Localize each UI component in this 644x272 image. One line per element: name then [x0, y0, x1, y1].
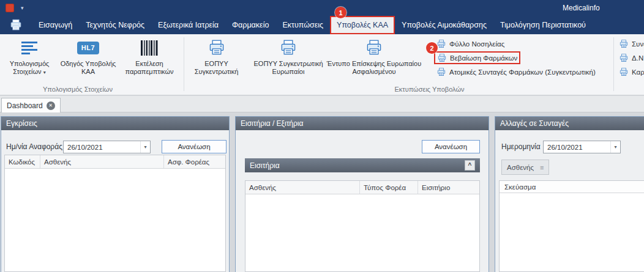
ribbon: Υπολογισμός Στοιχείων ▾ HL7 Οδηγός Υποβο…	[0, 34, 644, 95]
button-label: Καρτα	[632, 68, 644, 76]
tab-farmakeio[interactable]: Φαρμακείο	[225, 16, 275, 34]
hl7-icon: HL7	[77, 37, 99, 58]
printer-icon	[279, 39, 298, 57]
grid-body-empty[interactable]	[5, 169, 225, 271]
date-label: Ημερομηνία	[501, 142, 541, 151]
chip-label: Ασθενής	[507, 164, 534, 171]
chevron-down-icon[interactable]: ▾	[140, 141, 150, 153]
sort-icon[interactable]: ≡	[540, 164, 544, 171]
printer-icon	[9, 18, 23, 32]
printer-icon	[619, 67, 629, 77]
ribbon-group-ektyposeis-ypovolon: ΕΟΠΥΥ Συγκεντρωτική ΕΟΠΥΥ Συγκεντρωτική …	[184, 34, 613, 95]
button-label: Δ.Ν.Κ	[632, 54, 644, 62]
printer-icon	[208, 39, 226, 57]
chevron-down-icon[interactable]: ▾	[610, 141, 620, 153]
printer-icon	[436, 67, 446, 77]
group-by-asthenis-chip[interactable]: Ασθενής ≡	[501, 160, 549, 175]
printer-icon	[436, 39, 446, 49]
annotation-step-1-badge: 1	[335, 7, 346, 18]
dnk-button[interactable]: Δ.Ν.Κ	[616, 51, 644, 64]
ribbon-tab-bar: Εισαγωγή Τεχνητός Νεφρός Εξωτερικά Ιατρε…	[0, 16, 644, 34]
button-label: ΕΟΠΥΥ Συγκεντρωτική Ευρωπαίοι	[245, 60, 331, 76]
ribbon-small-items: Φύλλο Νοσηλείας Βεβαίωση Φαρμάκων Ατομικ…	[434, 37, 598, 78]
report-date-label: Ημ/νία Αναφοράς	[6, 142, 62, 151]
approvals-panel: Εγκρίσεις Ημ/νία Αναφοράς 26/10/2021 ▾ Α…	[1, 116, 230, 272]
ribbon-group-label: Υπολογισμός Στοιχείων	[0, 86, 155, 93]
entypo-episkepsis-europaiou-button[interactable]: Έντυπο Επίσκεψης Ευρωπαίου Ασφαλισμένου	[322, 37, 426, 84]
chevron-down-icon: ▾	[43, 70, 46, 75]
column-header-kodikos[interactable]: Κωδικός	[5, 155, 40, 168]
tab-label: Dashboard	[7, 101, 43, 110]
application-window: ▾ Medicalinfo Εισαγωγή Τεχνητός Νεφρός Ε…	[0, 0, 644, 272]
close-icon[interactable]: ✕	[47, 101, 55, 110]
list-icon	[21, 37, 38, 58]
ribbon-group-partial: Συνεδ Δ.Ν.Κ Καρτα	[614, 34, 644, 95]
date-picker[interactable]: 26/10/2021 ▾	[543, 141, 621, 153]
tab-eisagogi[interactable]: Εισαγωγή	[32, 16, 79, 34]
odigos-ypovolis-kaa-button[interactable]: HL7 Οδηγός Υποβολής ΚΑΑ	[59, 37, 118, 84]
column-header-eisitirio[interactable]: Εισιτήριο	[418, 181, 479, 194]
column-header-asf-foreas[interactable]: Ασφ. Φορέας	[164, 155, 225, 168]
report-date-picker[interactable]: 26/10/2021 ▾	[63, 141, 151, 153]
column-header-typos-forea[interactable]: Τύπος Φορέα	[360, 181, 418, 194]
tab-exoterika-iatreia[interactable]: Εξωτερικά Ιατρεία	[151, 16, 225, 34]
date-value: 26/10/2021	[67, 144, 103, 151]
fyllo-nosileias-button[interactable]: Φύλλο Νοσηλείας	[434, 37, 507, 50]
button-label: Βεβαίωση Φαρμάκων	[450, 54, 517, 62]
document-tab-strip: Dashboard ✕	[0, 96, 644, 112]
tab-timologisi-peristatikou[interactable]: Τιμολόγηση Περιστατικού	[493, 16, 593, 34]
vevaiosi-farmakon-button[interactable]: Βεβαίωση Φαρμάκων	[434, 51, 520, 64]
button-label: Συνεδ	[632, 40, 644, 48]
prescription-changes-panel: Αλλαγές σε Συνταγές Ημερομηνία 26/10/202…	[495, 116, 644, 272]
tab-dashboard[interactable]: Dashboard ✕	[1, 98, 61, 112]
barcode-icon	[140, 37, 159, 58]
prescription-changes-panel-header: Αλλαγές σε Συνταγές	[495, 117, 644, 130]
button-label: Οδηγός Υποβολής ΚΑΑ	[59, 60, 118, 76]
button-label: Υπολογισμός Στοιχείων ▾	[1, 60, 58, 76]
collapse-icon[interactable]: ^	[465, 160, 475, 171]
refresh-button[interactable]: Ανανέωση	[162, 140, 227, 153]
refresh-button[interactable]: Ανανέωση	[422, 140, 480, 153]
date-value: 26/10/2021	[547, 144, 583, 151]
tab-ektyposeis[interactable]: Εκτυπώσεις	[275, 16, 330, 34]
tab-ypovoles-kaa[interactable]: Υποβολές ΚΑΑ	[330, 16, 395, 34]
eopyy-sygkentrotiki-europaioi-button[interactable]: ΕΟΠΥΥ Συγκεντρωτική Ευρωπαίοι	[245, 37, 331, 84]
annotation-step-2-badge: 2	[426, 42, 438, 54]
printer-icon	[437, 53, 447, 63]
app-logo-icon[interactable]	[6, 4, 14, 12]
printer-icon	[365, 39, 383, 57]
ribbon-group-label: Εκτυπώσεις Υποβολών	[307, 86, 552, 93]
admissions-grid: Ασθενής Τύπος Φορέα Εισιτήριο	[245, 180, 480, 272]
window-title: Medicalinfo	[563, 4, 600, 12]
button-label: Εκτέλεση παραπεμπτικών	[119, 60, 180, 76]
karta-button[interactable]: Καρτα	[616, 65, 644, 78]
title-bar: ▾ Medicalinfo	[0, 0, 644, 16]
printer-icon	[619, 53, 629, 63]
admissions-panel-header: Εισιτήρια / Εξιτήρια	[236, 117, 489, 130]
grid-header-row: Κωδικός Ασθενής Ασφ. Φορέας	[5, 155, 225, 169]
atomikes-syntages-farmakon-button[interactable]: Ατομικές Συνταγές Φαρμάκων (Συγκεντρωτικ…	[434, 65, 598, 78]
admissions-panel: Εισιτήρια / Εξιτήρια Ανανέωση Εισιτήρια …	[235, 116, 489, 272]
column-header-asthenis[interactable]: Ασθενής	[40, 155, 164, 168]
quick-access-caret-icon[interactable]: ▾	[21, 5, 24, 11]
approvals-grid: Κωδικός Ασθενής Ασφ. Φορέας	[4, 155, 226, 272]
tab-ypovoles-aimokatharsis[interactable]: Υποβολές Αιμοκάθαρσης	[395, 16, 493, 34]
ypologismos-stoixeion-button[interactable]: Υπολογισμός Στοιχείων ▾	[1, 37, 58, 84]
column-header-asthenis[interactable]: Ασθενής	[245, 181, 360, 194]
prescriptions-grid: Σκεύασμα	[499, 180, 644, 272]
ribbon-group-ypologismos-stoixeion: Υπολογισμός Στοιχείων ▾ HL7 Οδηγός Υποβο…	[0, 34, 184, 95]
button-label: Έντυπο Επίσκεψης Ευρωπαίου Ασφαλισμένου	[322, 60, 426, 76]
printer-icon	[619, 39, 629, 49]
approvals-panel-header: Εγκρίσεις	[1, 117, 229, 130]
button-label: ΕΟΠΥΥ Συγκεντρωτική	[184, 60, 249, 76]
application-menu-icon[interactable]	[0, 16, 32, 34]
ektelesi-parapemptikon-button[interactable]: Εκτέλεση παραπεμπτικών	[119, 37, 180, 84]
grid-header-row: Ασθενής Τύπος Φορέα Εισιτήριο	[245, 181, 479, 194]
eopyy-sygkentrotiki-button[interactable]: ΕΟΠΥΥ Συγκεντρωτική	[184, 37, 249, 84]
button-label: Φύλλο Νοσηλείας	[449, 40, 504, 48]
tab-texnitos-nefros[interactable]: Τεχνητός Νεφρός	[79, 16, 151, 34]
button-label: Ατομικές Συνταγές Φαρμάκων (Συγκεντρωτικ…	[449, 68, 596, 76]
column-header-skevasma[interactable]: Σκεύασμα	[500, 181, 644, 193]
grid-body-empty[interactable]	[245, 194, 479, 271]
synedries-button[interactable]: Συνεδ	[616, 37, 644, 50]
